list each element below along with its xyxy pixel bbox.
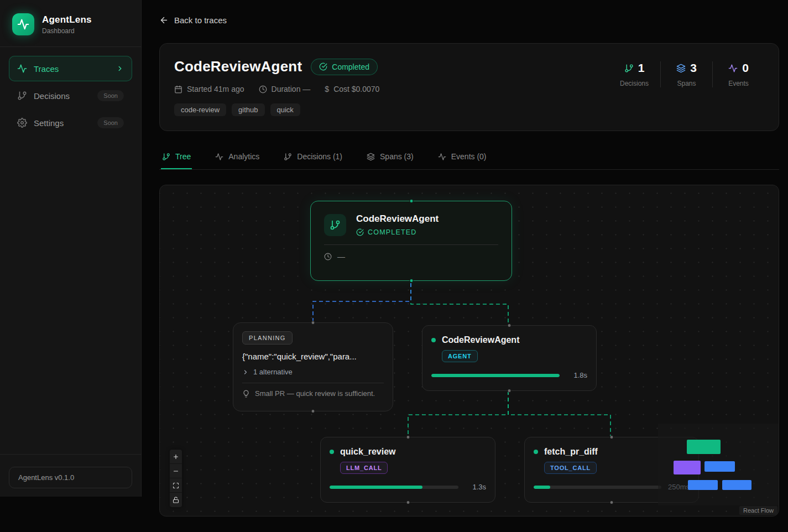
node-handle [409,199,413,203]
status-dot [431,338,436,342]
started-label: Started 41m ago [187,85,244,93]
tab-label: Analytics [228,152,259,161]
soon-badge: Soon [97,117,124,128]
status-badge: Completed [311,59,378,75]
node-handle [508,324,512,327]
node-root-agent[interactable]: CodeReviewAgent COMPLETED — [310,201,512,281]
app-name: AgentLens [42,14,92,25]
version-box: AgentLens v0.1.0 [9,467,132,488]
check-circle-icon [356,228,364,236]
tab-events[interactable]: Events (0) [437,146,488,169]
zoom-in-button[interactable] [170,450,182,464]
stat-label: Events [717,80,760,87]
minus-icon [173,468,179,474]
flow-minimap[interactable] [658,424,779,505]
tab-label: Spans (3) [380,152,414,161]
node-handle [311,409,315,413]
stat-spans: 3 Spans [660,61,712,87]
node-status: COMPLETED [368,228,417,236]
react-flow-attribution[interactable]: React Flow [739,506,777,515]
stat-value: 3 [690,61,697,75]
trace-meta: Started 41m ago Duration — $ Cost $0.007… [174,85,379,93]
minimap-node-decision [674,461,701,474]
tab-bar: Tree Analytics Decisions (1) Spans (3) E… [159,146,779,170]
node-handle [409,279,413,283]
sidebar-item-traces[interactable]: Traces [9,56,132,81]
stat-label: Spans [665,80,708,87]
span-type-badge: AGENT [442,350,478,362]
trace-tree-canvas[interactable]: CodeReviewAgent COMPLETED — [159,185,779,517]
tab-spans[interactable]: Spans (3) [366,146,415,169]
calendar-icon [174,85,182,93]
unlock-icon [173,497,179,503]
layers-icon [367,153,375,161]
trace-title: CodeReviewAgent [174,58,302,75]
tab-label: Events (0) [451,152,487,161]
sidebar-item-label: Settings [34,118,91,128]
dollar-icon: $ [325,85,329,93]
duration-bar [534,486,661,489]
check-circle-icon [319,62,327,71]
node-handle [610,435,614,439]
duration-bar [330,486,458,489]
plus-icon [173,453,179,460]
tag-row: code-review github quick [174,103,379,116]
decision-action: {"name":"quick_review","para... [242,352,384,361]
node-handle [508,389,512,393]
app-logo [12,13,34,35]
stat-value: 1 [638,61,645,75]
node-span-agent[interactable]: CodeReviewAgent AGENT 1.8s [422,325,597,391]
trace-header-left: CodeReviewAgent Completed Started 41m ag… [174,58,379,116]
sidebar-item-decisions[interactable]: Decisions Soon [9,83,132,108]
decision-type-badge: PLANNING [242,331,293,345]
node-decision-planning[interactable]: PLANNING {"name":"quick_review","para...… [233,322,393,411]
app-subtitle: Dashboard [42,27,92,35]
tab-analytics[interactable]: Analytics [214,146,260,169]
node-handle [406,500,410,504]
trace-stats: 1 Decisions 3 Spans 0 [608,61,764,116]
sidebar: AgentLens Dashboard Traces Decisions Soo… [0,0,142,497]
lightbulb-icon [242,390,250,398]
minimap-node-fetch [722,480,752,490]
span-name: fetch_pr_diff [544,447,598,457]
stat-decisions: 1 Decisions [608,61,660,87]
pulse-icon [17,18,29,30]
span-name: CodeReviewAgent [442,335,519,345]
fit-view-icon [173,482,179,489]
fit-view-button[interactable] [170,478,182,493]
git-branch-icon [17,91,27,101]
back-to-traces-link[interactable]: Back to traces [159,15,227,25]
alternatives-toggle[interactable]: 1 alternative [242,368,384,376]
duration-bar [431,374,560,377]
minimap-node-agent [704,461,735,472]
sidebar-item-label: Decisions [34,91,91,101]
started-meta: Started 41m ago [174,85,244,93]
node-handle [406,435,410,439]
cost-label: Cost $0.0070 [333,85,379,93]
soon-badge: Soon [97,90,124,101]
span-type-badge: LLM_CALL [340,462,388,474]
brand: AgentLens Dashboard [0,0,141,47]
arrow-left-icon [159,15,169,25]
zoom-out-button[interactable] [170,464,182,478]
activity-icon [17,64,27,74]
node-handle [610,500,614,504]
clock-icon [259,85,267,93]
cost-meta: $ Cost $0.0070 [325,85,379,93]
tab-label: Decisions (1) [297,152,342,161]
duration-meta: Duration — [259,85,311,93]
chevron-right-icon [116,65,124,72]
tab-tree[interactable]: Tree [161,146,192,169]
sidebar-item-settings[interactable]: Settings Soon [9,110,132,135]
alternatives-label: 1 alternative [253,368,293,376]
activity-icon [438,153,446,161]
sidebar-item-label: Traces [34,64,109,74]
flow-controls [170,450,182,507]
node-span-quick-review[interactable]: quick_review LLM_CALL 1.3s [320,437,495,503]
git-branch-icon [324,214,346,236]
lock-toggle-button[interactable] [170,493,182,507]
gear-icon [17,118,27,128]
tag: github [232,103,264,116]
tab-decisions[interactable]: Decisions (1) [283,146,343,169]
span-duration: 1.8s [566,371,587,379]
